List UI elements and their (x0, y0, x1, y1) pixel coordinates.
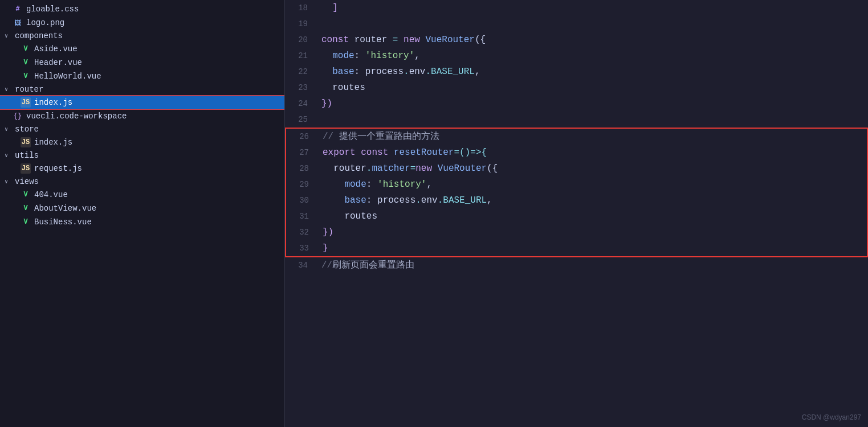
code-line: 24}) (285, 96, 868, 112)
code-line: 33} (286, 240, 867, 256)
file-name: index.js (34, 98, 72, 107)
line-number: 23 (285, 80, 319, 96)
line-code: routes (320, 208, 867, 224)
chevron-icon: ∨ (5, 152, 13, 159)
code-line: 21 mode: 'history', (285, 48, 868, 64)
line-number: 20 (285, 32, 319, 48)
vue-icon: V (21, 217, 31, 227)
file-name: 404.vue (34, 190, 68, 199)
code-line: 23 routes (285, 80, 868, 96)
file-request-js[interactable]: JSrequest.js (0, 162, 284, 175)
folder-views[interactable]: ∨views (0, 175, 284, 188)
line-number: 34 (285, 257, 319, 273)
line-number: 29 (286, 176, 320, 192)
js-icon: JS (21, 163, 31, 174)
vue-icon: V (21, 71, 31, 81)
line-number: 31 (286, 208, 320, 224)
line-code: base: process.env.BASE_URL, (320, 192, 867, 208)
file-explorer[interactable]: #gloable.css🖼logo.png∨componentsVAside.v… (0, 0, 285, 427)
code-line: 27export const resetRouter=()=>{ (286, 145, 867, 161)
line-code: routes (319, 80, 868, 96)
code-line: 25 (285, 112, 868, 128)
chevron-icon: ∨ (5, 178, 13, 185)
file-helloworld-vue[interactable]: VHelloWorld.vue (0, 69, 284, 83)
highlight-block: 26// 提供一个重置路由的方法27export const resetRout… (285, 128, 868, 257)
line-number: 26 (286, 129, 320, 145)
code-line: 19 (285, 16, 868, 32)
line-number: 30 (286, 192, 320, 208)
file-name: vuecli.code-workspace (26, 112, 127, 121)
folder-name: views (15, 177, 39, 186)
line-code: }) (320, 224, 867, 240)
line-number: 24 (285, 96, 319, 112)
line-number: 28 (286, 161, 320, 176)
code-line: 29 mode: 'history', (286, 176, 867, 192)
line-number: 19 (285, 16, 319, 32)
folder-name: store (15, 125, 39, 134)
folder-name: components (15, 31, 63, 40)
code-line: 31 routes (286, 208, 867, 224)
code-line: 32}) (286, 224, 867, 240)
vue-icon: V (21, 58, 31, 68)
line-code: mode: 'history', (320, 176, 867, 192)
file-404-vue[interactable]: V404.vue (0, 188, 284, 202)
file-name: logo.png (26, 18, 64, 27)
line-code: } (320, 240, 867, 256)
file-header-vue[interactable]: VHeader.vue (0, 56, 284, 69)
file-index-js-router[interactable]: JSindex.js (0, 96, 284, 109)
code-line: 20const router = new VueRouter({ (285, 32, 868, 48)
file-gloable-css[interactable]: #gloable.css (0, 2, 284, 16)
line-number: 32 (286, 224, 320, 240)
line-code: }) (319, 96, 868, 112)
code-line: 28 router.matcher=new VueRouter({ (286, 161, 867, 176)
watermark: CSDN @wdyan297 (802, 413, 861, 421)
file-name: HelloWorld.vue (34, 72, 101, 81)
png-icon: 🖼 (13, 18, 23, 28)
json-icon: {} (13, 111, 23, 121)
file-aside-vue[interactable]: VAside.vue (0, 42, 284, 56)
vue-icon: V (21, 190, 31, 200)
file-aboutview-vue[interactable]: VAboutView.vue (0, 202, 284, 215)
file-name: Header.vue (34, 58, 82, 67)
line-number: 25 (285, 112, 319, 128)
folder-components[interactable]: ∨components (0, 30, 284, 42)
line-number: 21 (285, 48, 319, 64)
chevron-icon: ∨ (5, 32, 13, 39)
line-code (319, 16, 868, 32)
chevron-icon: ∨ (5, 86, 13, 93)
line-number: 22 (285, 64, 319, 80)
folder-router[interactable]: ∨router (0, 83, 284, 96)
file-vuecli-workspace[interactable]: {}vuecli.code-workspace (0, 109, 284, 123)
line-code: const router = new VueRouter({ (319, 32, 868, 48)
chevron-icon: ∨ (5, 126, 13, 133)
code-area: 18 ]19 20const router = new VueRouter({2… (285, 0, 868, 427)
line-code: base: process.env.BASE_URL, (319, 64, 868, 80)
code-line: 34//刷新页面会重置路由 (285, 257, 868, 273)
file-name: BusiNess.vue (34, 217, 92, 227)
folder-name: router (15, 85, 43, 94)
line-code: export const resetRouter=()=>{ (320, 145, 867, 161)
vue-icon: V (21, 203, 31, 214)
line-number: 18 (285, 0, 319, 16)
file-name: Aside.vue (34, 44, 78, 54)
file-business-vue[interactable]: VBusiNess.vue (0, 215, 284, 229)
code-line: 26// 提供一个重置路由的方法 (286, 129, 867, 145)
code-line: 22 base: process.env.BASE_URL, (285, 64, 868, 80)
line-code: //刷新页面会重置路由 (319, 257, 868, 273)
css-icon: # (13, 4, 23, 14)
line-code: ] (319, 0, 868, 16)
file-logo-png[interactable]: 🖼logo.png (0, 16, 284, 30)
code-line: 18 ] (285, 0, 868, 16)
folder-name: utils (15, 151, 39, 160)
file-name: AboutView.vue (34, 204, 96, 213)
folder-store[interactable]: ∨store (0, 123, 284, 136)
file-name: index.js (34, 138, 72, 147)
line-code: mode: 'history', (319, 48, 868, 64)
vue-icon: V (21, 44, 31, 54)
line-number: 27 (286, 145, 320, 161)
file-name: request.js (34, 164, 82, 173)
line-code: // 提供一个重置路由的方法 (320, 129, 867, 145)
folder-utils[interactable]: ∨utils (0, 149, 284, 162)
file-index-js-store[interactable]: JSindex.js (0, 136, 284, 149)
js-icon: JS (21, 97, 31, 108)
